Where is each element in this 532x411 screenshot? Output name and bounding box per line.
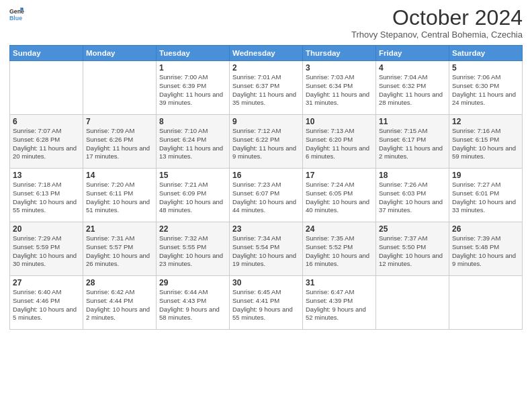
calendar-cell bbox=[376, 276, 449, 330]
logo-icon: General Blue bbox=[9, 7, 24, 21]
day-info: Sunrise: 7:26 AMSunset: 6:03 PMDaylight:… bbox=[379, 181, 446, 215]
day-info: Sunrise: 6:45 AMSunset: 4:41 PMDaylight:… bbox=[232, 288, 300, 322]
calendar-cell: 26Sunrise: 7:39 AMSunset: 5:48 PMDayligh… bbox=[449, 222, 523, 276]
weekday-header: Monday bbox=[83, 46, 157, 61]
day-number: 3 bbox=[306, 63, 373, 73]
day-number: 22 bbox=[159, 224, 226, 234]
calendar-cell: 7Sunrise: 7:09 AMSunset: 6:26 PMDaylight… bbox=[83, 115, 157, 169]
weekday-header: Tuesday bbox=[157, 46, 230, 61]
calendar-cell bbox=[449, 276, 523, 330]
day-info: Sunrise: 7:34 AMSunset: 5:54 PMDaylight:… bbox=[232, 234, 300, 269]
calendar-cell: 14Sunrise: 7:20 AMSunset: 6:11 PMDayligh… bbox=[83, 169, 157, 222]
calendar-header: SundayMondayTuesdayWednesdayThursdayFrid… bbox=[10, 46, 523, 61]
day-number: 8 bbox=[159, 117, 226, 126]
day-number: 29 bbox=[159, 278, 226, 287]
calendar-cell: 10Sunrise: 7:13 AMSunset: 6:20 PMDayligh… bbox=[303, 115, 376, 169]
calendar-cell: 13Sunrise: 7:18 AMSunset: 6:13 PMDayligh… bbox=[10, 169, 83, 222]
day-info: Sunrise: 7:07 AMSunset: 6:28 PMDaylight:… bbox=[13, 127, 80, 161]
calendar-cell: 29Sunrise: 6:44 AMSunset: 4:43 PMDayligh… bbox=[157, 276, 230, 330]
day-number: 11 bbox=[379, 117, 446, 126]
day-info: Sunrise: 6:44 AMSunset: 4:43 PMDaylight:… bbox=[159, 288, 226, 322]
calendar-cell bbox=[83, 61, 157, 115]
day-info: Sunrise: 7:27 AMSunset: 6:01 PMDaylight:… bbox=[452, 181, 519, 215]
day-number: 15 bbox=[159, 171, 226, 180]
calendar-cell: 22Sunrise: 7:32 AMSunset: 5:55 PMDayligh… bbox=[157, 222, 230, 276]
calendar-cell: 23Sunrise: 7:34 AMSunset: 5:54 PMDayligh… bbox=[230, 222, 303, 276]
calendar-week-row: 1Sunrise: 7:00 AMSunset: 6:39 PMDaylight… bbox=[10, 61, 523, 115]
calendar-cell: 28Sunrise: 6:42 AMSunset: 4:44 PMDayligh… bbox=[83, 276, 157, 330]
day-number: 9 bbox=[232, 117, 300, 126]
day-info: Sunrise: 7:10 AMSunset: 6:24 PMDaylight:… bbox=[159, 127, 226, 161]
weekday-row: SundayMondayTuesdayWednesdayThursdayFrid… bbox=[10, 46, 523, 61]
calendar-cell: 9Sunrise: 7:12 AMSunset: 6:22 PMDaylight… bbox=[230, 115, 303, 169]
calendar-cell: 4Sunrise: 7:04 AMSunset: 6:32 PMDaylight… bbox=[376, 61, 449, 115]
day-info: Sunrise: 7:00 AMSunset: 6:39 PMDaylight:… bbox=[159, 73, 226, 107]
weekday-header: Friday bbox=[376, 46, 449, 61]
day-number: 10 bbox=[306, 117, 373, 126]
day-number: 16 bbox=[232, 171, 300, 180]
calendar-cell: 11Sunrise: 7:15 AMSunset: 6:17 PMDayligh… bbox=[376, 115, 449, 169]
calendar-week-row: 20Sunrise: 7:29 AMSunset: 5:59 PMDayligh… bbox=[10, 222, 523, 276]
day-info: Sunrise: 7:21 AMSunset: 6:09 PMDaylight:… bbox=[159, 181, 226, 215]
day-info: Sunrise: 7:23 AMSunset: 6:07 PMDaylight:… bbox=[232, 181, 300, 215]
day-info: Sunrise: 7:39 AMSunset: 5:48 PMDaylight:… bbox=[452, 234, 519, 269]
day-info: Sunrise: 7:32 AMSunset: 5:55 PMDaylight:… bbox=[159, 234, 226, 269]
calendar-cell: 24Sunrise: 7:35 AMSunset: 5:52 PMDayligh… bbox=[303, 222, 376, 276]
calendar-page: General Blue October 2024 Trhovy Stepano… bbox=[0, 0, 532, 411]
day-info: Sunrise: 7:37 AMSunset: 5:50 PMDaylight:… bbox=[379, 234, 446, 269]
day-number: 26 bbox=[452, 224, 519, 234]
day-number: 21 bbox=[86, 224, 153, 234]
calendar-cell: 15Sunrise: 7:21 AMSunset: 6:09 PMDayligh… bbox=[157, 169, 230, 222]
day-number: 27 bbox=[13, 278, 80, 287]
day-info: Sunrise: 6:47 AMSunset: 4:39 PMDaylight:… bbox=[306, 288, 373, 322]
calendar-week-row: 6Sunrise: 7:07 AMSunset: 6:28 PMDaylight… bbox=[10, 115, 523, 169]
header: General Blue October 2024 Trhovy Stepano… bbox=[9, 7, 523, 40]
day-info: Sunrise: 7:18 AMSunset: 6:13 PMDaylight:… bbox=[13, 181, 80, 215]
day-info: Sunrise: 7:06 AMSunset: 6:30 PMDaylight:… bbox=[452, 73, 519, 107]
day-number: 25 bbox=[379, 224, 446, 234]
calendar-cell: 12Sunrise: 7:16 AMSunset: 6:15 PMDayligh… bbox=[449, 115, 523, 169]
day-number: 31 bbox=[306, 278, 373, 287]
day-number: 17 bbox=[306, 171, 373, 180]
day-info: Sunrise: 7:03 AMSunset: 6:34 PMDaylight:… bbox=[306, 73, 373, 107]
day-number: 23 bbox=[232, 224, 300, 234]
weekday-header: Thursday bbox=[303, 46, 376, 61]
svg-text:Blue: Blue bbox=[9, 15, 22, 21]
title-area: October 2024 Trhovy Stepanov, Central Bo… bbox=[351, 7, 523, 40]
day-info: Sunrise: 7:31 AMSunset: 5:57 PMDaylight:… bbox=[86, 234, 153, 269]
calendar-week-row: 27Sunrise: 6:40 AMSunset: 4:46 PMDayligh… bbox=[10, 276, 523, 330]
day-info: Sunrise: 7:20 AMSunset: 6:11 PMDaylight:… bbox=[86, 181, 153, 215]
day-info: Sunrise: 6:42 AMSunset: 4:44 PMDaylight:… bbox=[86, 288, 153, 322]
month-title: October 2024 bbox=[351, 7, 523, 28]
calendar-cell: 27Sunrise: 6:40 AMSunset: 4:46 PMDayligh… bbox=[10, 276, 83, 330]
day-number: 2 bbox=[232, 63, 300, 73]
location: Trhovy Stepanov, Central Bohemia, Czechi… bbox=[351, 30, 523, 40]
day-number: 12 bbox=[452, 117, 519, 126]
calendar-cell: 19Sunrise: 7:27 AMSunset: 6:01 PMDayligh… bbox=[449, 169, 523, 222]
calendar-table: SundayMondayTuesdayWednesdayThursdayFrid… bbox=[9, 45, 523, 330]
calendar-cell: 20Sunrise: 7:29 AMSunset: 5:59 PMDayligh… bbox=[10, 222, 83, 276]
weekday-header: Wednesday bbox=[230, 46, 303, 61]
day-info: Sunrise: 7:15 AMSunset: 6:17 PMDaylight:… bbox=[379, 127, 446, 161]
day-info: Sunrise: 7:16 AMSunset: 6:15 PMDaylight:… bbox=[452, 127, 519, 161]
day-number: 5 bbox=[452, 63, 519, 73]
day-number: 1 bbox=[159, 63, 226, 73]
day-info: Sunrise: 7:01 AMSunset: 6:37 PMDaylight:… bbox=[232, 73, 300, 107]
day-number: 6 bbox=[13, 117, 80, 126]
day-number: 30 bbox=[232, 278, 300, 287]
calendar-cell: 31Sunrise: 6:47 AMSunset: 4:39 PMDayligh… bbox=[303, 276, 376, 330]
calendar-cell: 30Sunrise: 6:45 AMSunset: 4:41 PMDayligh… bbox=[230, 276, 303, 330]
day-number: 7 bbox=[86, 117, 153, 126]
calendar-cell: 21Sunrise: 7:31 AMSunset: 5:57 PMDayligh… bbox=[83, 222, 157, 276]
day-info: Sunrise: 7:09 AMSunset: 6:26 PMDaylight:… bbox=[86, 127, 153, 161]
calendar-cell: 1Sunrise: 7:00 AMSunset: 6:39 PMDaylight… bbox=[157, 61, 230, 115]
day-number: 18 bbox=[379, 171, 446, 180]
calendar-cell: 18Sunrise: 7:26 AMSunset: 6:03 PMDayligh… bbox=[376, 169, 449, 222]
calendar-cell: 25Sunrise: 7:37 AMSunset: 5:50 PMDayligh… bbox=[376, 222, 449, 276]
calendar-cell: 16Sunrise: 7:23 AMSunset: 6:07 PMDayligh… bbox=[230, 169, 303, 222]
day-info: Sunrise: 7:12 AMSunset: 6:22 PMDaylight:… bbox=[232, 127, 300, 161]
calendar-cell bbox=[10, 61, 83, 115]
calendar-cell: 2Sunrise: 7:01 AMSunset: 6:37 PMDaylight… bbox=[230, 61, 303, 115]
day-number: 28 bbox=[86, 278, 153, 287]
day-number: 24 bbox=[306, 224, 373, 234]
